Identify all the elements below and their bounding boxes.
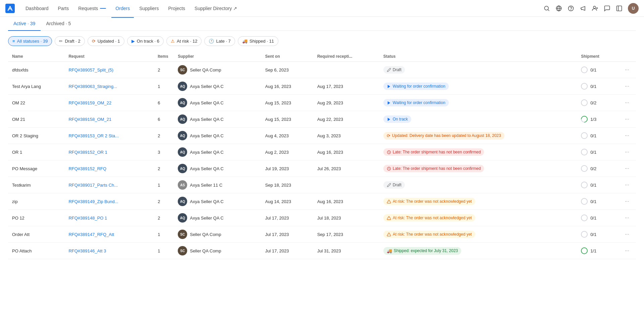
more-options-button[interactable]: ··· — [622, 197, 632, 206]
request-link[interactable]: RFQ#389149_Zip Bund... — [68, 199, 118, 204]
more-options-button[interactable]: ··· — [622, 65, 632, 74]
shipment-count: 0/2 — [590, 100, 596, 105]
order-sent-on: Sep 18, 2023 — [261, 177, 313, 193]
order-more: ··· — [618, 226, 636, 243]
request-link[interactable]: RFQ#389152_OR 1 — [68, 150, 107, 155]
order-sent-on: Jul 17, 2023 — [261, 226, 313, 243]
person-add-icon[interactable] — [592, 5, 598, 12]
request-link[interactable]: RFQ#389152_RFQ — [68, 166, 106, 171]
supplier-name: Axya Seller QA C — [190, 133, 223, 138]
order-supplier: SC Seller QA Comp — [174, 62, 261, 78]
globe-icon[interactable] — [555, 5, 562, 12]
filter-ontrack[interactable]: ▶ On track · 6 — [127, 36, 164, 46]
more-options-button[interactable]: ··· — [622, 148, 632, 156]
request-link[interactable]: RFQ#389158_OM_21 — [68, 117, 111, 122]
col-header-supplier: Supplier — [174, 51, 261, 62]
col-header-shipment: Shipment — [577, 51, 618, 62]
order-required: Aug 16, 2023 — [313, 144, 379, 160]
filter-late[interactable]: 🕐 Late · 7 — [204, 36, 235, 46]
nav-dashboard[interactable]: Dashboard — [21, 4, 53, 13]
order-status: Late: The order shipment has not been co… — [379, 144, 577, 160]
filter-updated[interactable]: ⟳ Updated · 1 — [88, 36, 124, 46]
order-request: RFQ#389146_Att 3 — [64, 243, 154, 259]
top-navigation: Dashboard Parts Requests Orders Supplier… — [0, 0, 644, 17]
filter-shipped[interactable]: 🚚 Shipped · 11 — [238, 36, 278, 46]
order-name: Test Arya Lang — [8, 78, 64, 95]
request-link[interactable]: RFQ#389057_Split_(5) — [68, 67, 113, 73]
order-request: RFQ#389159_OM_22 — [64, 95, 154, 111]
shipment-count: 0/1 — [590, 67, 596, 73]
tab-archived[interactable]: Archived · 5 — [41, 17, 76, 31]
tab-active[interactable]: Active · 39 — [8, 17, 41, 31]
order-items: 3 — [154, 144, 174, 160]
order-shipment: 0/2 — [577, 160, 618, 177]
order-request: RFQ#389158_OM_21 — [64, 111, 154, 128]
more-options-button[interactable]: ··· — [622, 115, 632, 124]
request-link[interactable]: RFQ#389153_OR 2 Sta... — [68, 133, 119, 138]
order-shipment: 0/1 — [577, 193, 618, 210]
search-icon[interactable] — [543, 5, 550, 12]
order-supplier: AQ Axya Seller QA C — [174, 111, 261, 128]
late-icon: 🕐 — [209, 39, 214, 44]
more-options-button[interactable]: ··· — [622, 181, 632, 189]
request-link[interactable]: RFQ#389159_OM_22 — [68, 100, 111, 105]
more-options-button[interactable]: ··· — [622, 98, 632, 107]
filter-all-statuses[interactable]: ≡ All statuses · 39 — [8, 36, 52, 46]
nav-suppliers[interactable]: Suppliers — [135, 4, 163, 13]
megaphone-icon[interactable] — [580, 5, 586, 12]
request-link[interactable]: RFQ#389148_PO 1 — [68, 216, 107, 221]
more-options-button[interactable]: ··· — [622, 82, 632, 91]
svg-rect-0 — [5, 4, 15, 13]
filter-draft[interactable]: ✏ Draft · 2 — [55, 36, 85, 46]
orders-table: Name Request Items Supplier Sent on Requ… — [8, 51, 636, 259]
sidebar-icon[interactable] — [616, 5, 623, 12]
more-options-button[interactable]: ··· — [622, 164, 632, 173]
shipment-count: 0/2 — [590, 166, 596, 171]
more-options-button[interactable]: ··· — [622, 246, 632, 255]
logo[interactable] — [5, 4, 15, 13]
chat-icon[interactable] — [604, 5, 610, 12]
order-shipment: 0/2 — [577, 95, 618, 111]
nav-parts[interactable]: Parts — [54, 4, 73, 13]
order-status: At risk: The order was not acknowledged … — [379, 210, 577, 226]
order-more: ··· — [618, 128, 636, 144]
nav-requests[interactable]: Requests — [74, 4, 110, 13]
nav-orders[interactable]: Orders — [111, 4, 134, 13]
request-link[interactable]: RFQ#389017_Parts Ch... — [68, 183, 118, 188]
supplier-name: Axya Seller QA C — [190, 216, 223, 221]
svg-marker-9 — [387, 85, 390, 88]
order-items: 6 — [154, 111, 174, 128]
status-badge: At risk: The order was not acknowledged … — [383, 198, 475, 205]
more-options-button[interactable]: ··· — [622, 230, 632, 239]
order-required: Aug 29, 2023 — [313, 95, 379, 111]
order-required: Jul 31, 2023 — [313, 243, 379, 259]
order-more: ··· — [618, 243, 636, 259]
request-link[interactable]: RFQ#389063_Straging... — [68, 84, 117, 89]
svg-point-5 — [571, 9, 571, 10]
filter-icon: ≡ — [12, 39, 15, 44]
supplier-name: Seller QA Comp — [190, 248, 221, 253]
request-link[interactable]: RFQ#389147_RFQ_Att — [68, 232, 114, 237]
order-name: PO Message — [8, 160, 64, 177]
requests-badge — [100, 8, 106, 9]
page-tabs: Active · 39 Archived · 5 — [8, 17, 636, 31]
filter-atrisk[interactable]: ⚠ At risk · 12 — [166, 36, 202, 46]
order-sent-on: Aug 2, 2023 — [261, 144, 313, 160]
order-sent-on: Sep 6, 2023 — [261, 62, 313, 78]
nav-projects[interactable]: Projects — [164, 4, 190, 13]
more-options-button[interactable]: ··· — [622, 213, 632, 222]
request-link[interactable]: RFQ#389146_Att 3 — [68, 248, 106, 253]
nav-supplier-directory[interactable]: Supplier Directory ↗ — [191, 4, 241, 13]
table-row: OM 22 RFQ#389159_OM_22 6 AQ Axya Seller … — [8, 95, 636, 111]
order-supplier: SC Seller QA Comp — [174, 243, 261, 259]
table-row: dfdsxfds RFQ#389057_Split_(5) 2 SC Selle… — [8, 62, 636, 78]
help-icon[interactable] — [568, 5, 574, 12]
supplier-name: Axya Seller QA C — [190, 199, 223, 204]
more-options-button[interactable]: ··· — [622, 131, 632, 140]
order-more: ··· — [618, 144, 636, 160]
order-status: Draft — [379, 62, 577, 78]
order-supplier: AQ Axya Seller QA C — [174, 210, 261, 226]
table-row: Testkarim RFQ#389017_Parts Ch... 1 AS Ax… — [8, 177, 636, 193]
user-avatar[interactable]: U — [628, 3, 639, 14]
order-supplier: AQ Axya Seller QA C — [174, 78, 261, 95]
